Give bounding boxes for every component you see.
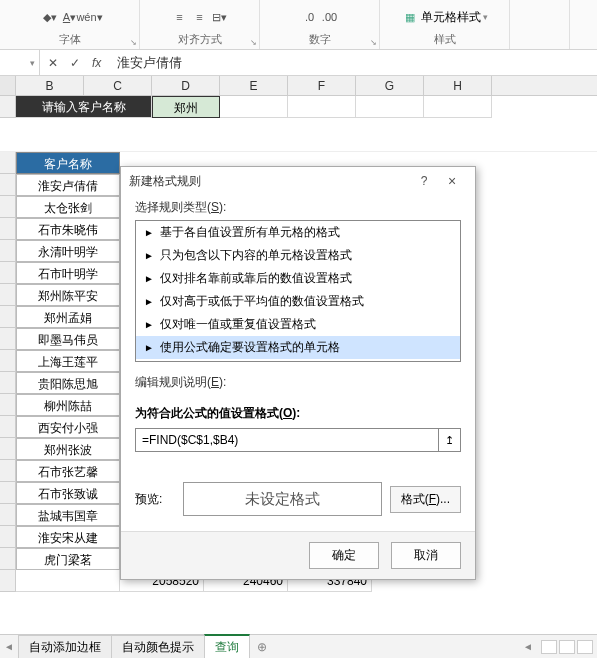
- scroll-left-icon[interactable]: ◄: [519, 641, 537, 652]
- customer-cell[interactable]: 石市朱晓伟: [16, 218, 120, 240]
- col-header[interactable]: B: [16, 76, 84, 95]
- customer-cell[interactable]: 石市叶明学: [16, 262, 120, 284]
- arrow-icon: ►: [144, 319, 154, 330]
- cell[interactable]: [220, 96, 288, 118]
- sheet-tab-active[interactable]: 查询: [204, 634, 250, 658]
- customer-cell[interactable]: 上海王莲平: [16, 350, 120, 372]
- customer-cell[interactable]: 盐城韦国章: [16, 504, 120, 526]
- rule-item[interactable]: ►仅对唯一值或重复值设置格式: [136, 313, 460, 336]
- enter-icon[interactable]: ✓: [66, 56, 84, 70]
- cell[interactable]: [424, 96, 492, 118]
- customer-cell[interactable]: 西安付小强: [16, 416, 120, 438]
- col-header[interactable]: D: [152, 76, 220, 95]
- customer-cell[interactable]: 即墨马伟员: [16, 328, 120, 350]
- dialog-launcher-icon[interactable]: ↘: [370, 38, 377, 47]
- preview-box: 未设定格式: [183, 482, 382, 516]
- rule-type-list[interactable]: ►基于各自值设置所有单元格的格式 ►只为包含以下内容的单元格设置格式 ►仅对排名…: [135, 220, 461, 362]
- row-header[interactable]: [0, 196, 16, 218]
- tab-nav-prev-icon[interactable]: ◄: [0, 641, 18, 652]
- row-header[interactable]: [0, 96, 16, 118]
- row-header[interactable]: [0, 328, 16, 350]
- fill-color-icon[interactable]: ◆▾: [41, 8, 59, 26]
- col-header[interactable]: G: [356, 76, 424, 95]
- cancel-icon[interactable]: ✕: [44, 56, 62, 70]
- name-box[interactable]: ▾: [0, 50, 40, 75]
- view-layout-icon[interactable]: [559, 640, 575, 654]
- preview-label: 预览:: [135, 491, 175, 508]
- cell[interactable]: [16, 570, 120, 592]
- format-button[interactable]: 格式(F)...: [390, 486, 461, 513]
- customer-cell[interactable]: 淮安宋从建: [16, 526, 120, 548]
- data-header[interactable]: 客户名称: [16, 152, 120, 174]
- row-header[interactable]: [0, 570, 16, 592]
- search-value-cell[interactable]: 郑州: [152, 96, 220, 118]
- select-all-corner[interactable]: [0, 76, 16, 95]
- cell-styles-button[interactable]: ▦ 单元格样式 ▾: [401, 4, 488, 30]
- row-header[interactable]: [0, 438, 16, 460]
- rule-item[interactable]: ►基于各自值设置所有单元格的格式: [136, 221, 460, 244]
- prompt-cell[interactable]: 请输入客户名称: [16, 96, 152, 118]
- dialog-titlebar[interactable]: 新建格式规则 ? ×: [121, 167, 475, 195]
- row-header[interactable]: [0, 284, 16, 306]
- customer-cell[interactable]: 淮安卢倩倩: [16, 174, 120, 196]
- row-header[interactable]: [0, 394, 16, 416]
- row-header[interactable]: [0, 460, 16, 482]
- ok-button[interactable]: 确定: [309, 542, 379, 569]
- row-header[interactable]: [0, 526, 16, 548]
- row-header[interactable]: [0, 504, 16, 526]
- view-break-icon[interactable]: [577, 640, 593, 654]
- cell[interactable]: [288, 96, 356, 118]
- customer-cell[interactable]: 石市张艺馨: [16, 460, 120, 482]
- rule-item[interactable]: ►仅对高于或低于平均值的数值设置格式: [136, 290, 460, 313]
- rule-item[interactable]: ►只为包含以下内容的单元格设置格式: [136, 244, 460, 267]
- dialog-launcher-icon[interactable]: ↘: [130, 38, 137, 47]
- dialog-launcher-icon[interactable]: ↘: [250, 38, 257, 47]
- row-header[interactable]: [0, 416, 16, 438]
- indent-increase-icon[interactable]: ≡: [191, 8, 209, 26]
- cancel-button[interactable]: 取消: [391, 542, 461, 569]
- row-header[interactable]: [0, 174, 16, 196]
- col-header[interactable]: C: [84, 76, 152, 95]
- indent-decrease-icon[interactable]: ≡: [171, 8, 189, 26]
- row-header[interactable]: [0, 218, 16, 240]
- customer-cell[interactable]: 石市张致诚: [16, 482, 120, 504]
- col-header[interactable]: F: [288, 76, 356, 95]
- help-button[interactable]: ?: [411, 174, 437, 188]
- close-button[interactable]: ×: [437, 173, 467, 189]
- sheet-tab[interactable]: 自动添加边框: [18, 635, 112, 659]
- add-sheet-button[interactable]: ⊕: [249, 640, 275, 654]
- customer-cell[interactable]: 柳州陈喆: [16, 394, 120, 416]
- decimal-increase-icon[interactable]: .0: [301, 8, 319, 26]
- row-header[interactable]: [0, 152, 16, 174]
- customer-cell[interactable]: 贵阳陈思旭: [16, 372, 120, 394]
- col-header[interactable]: E: [220, 76, 288, 95]
- fx-icon[interactable]: fx: [88, 56, 105, 70]
- customer-cell[interactable]: 郑州张波: [16, 438, 120, 460]
- col-header[interactable]: H: [424, 76, 492, 95]
- customer-cell[interactable]: 永清叶明学: [16, 240, 120, 262]
- customer-cell[interactable]: 郑州孟娟: [16, 306, 120, 328]
- phonetic-icon[interactable]: wén▾: [81, 8, 99, 26]
- customer-cell[interactable]: 郑州陈平安: [16, 284, 120, 306]
- sheet-tab[interactable]: 自动颜色提示: [111, 635, 205, 659]
- row-header[interactable]: [0, 548, 16, 570]
- row-header[interactable]: [0, 262, 16, 284]
- customer-cell[interactable]: 虎门梁茗: [16, 548, 120, 570]
- ribbon-group-number: .0 .00 数字 ↘: [260, 0, 380, 49]
- row-header[interactable]: [0, 350, 16, 372]
- arrow-icon: ►: [144, 273, 154, 284]
- row-header[interactable]: [0, 306, 16, 328]
- merge-icon[interactable]: ⊟▾: [211, 8, 229, 26]
- formula-value[interactable]: 淮安卢倩倩: [109, 54, 190, 72]
- row-header[interactable]: [0, 240, 16, 262]
- rule-item[interactable]: ►使用公式确定要设置格式的单元格: [136, 336, 460, 359]
- row-header[interactable]: [0, 372, 16, 394]
- rule-item[interactable]: ►仅对排名靠前或靠后的数值设置格式: [136, 267, 460, 290]
- cell[interactable]: [356, 96, 424, 118]
- row-header[interactable]: [0, 482, 16, 504]
- view-normal-icon[interactable]: [541, 640, 557, 654]
- decimal-decrease-icon[interactable]: .00: [321, 8, 339, 26]
- formula-input[interactable]: =FIND($C$1,$B4): [136, 429, 438, 451]
- collapse-dialog-button[interactable]: ↥: [438, 429, 460, 451]
- customer-cell[interactable]: 太仓张剑: [16, 196, 120, 218]
